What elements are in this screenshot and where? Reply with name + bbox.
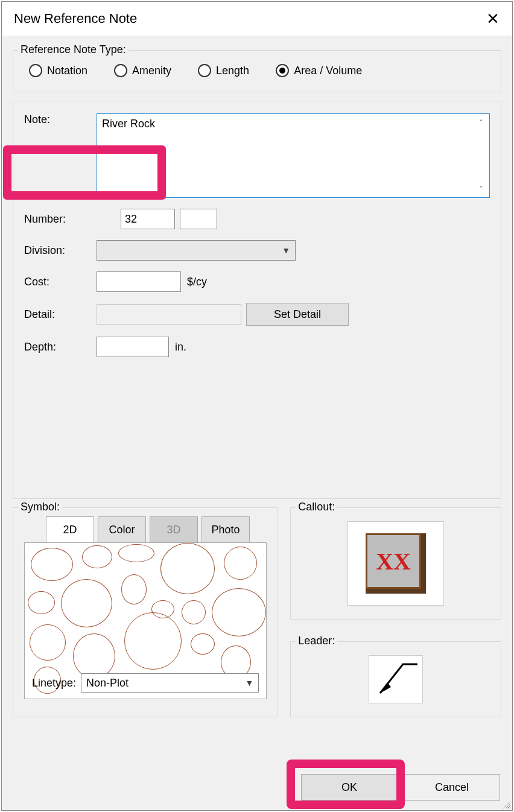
cost-unit: $/cy: [187, 276, 207, 288]
linetype-row: Linetype: Non-Plot ▼: [32, 673, 259, 693]
radio-amenity[interactable]: Amenity: [114, 64, 171, 77]
cost-row: Cost: $/cy: [24, 271, 490, 292]
depth-row: Depth: in.: [24, 337, 490, 357]
leader-preview[interactable]: [369, 655, 423, 703]
detail-row: Detail: Set Detail: [24, 303, 490, 326]
dialog-title: New Reference Note: [14, 11, 137, 27]
main-fieldset: Note: ˄ ˅ Number: Division: ▼ Cost:: [13, 101, 501, 499]
ok-button[interactable]: OK: [301, 774, 398, 801]
tab-3d: 3D: [150, 516, 198, 543]
set-detail-button[interactable]: Set Detail: [246, 303, 349, 326]
note-input[interactable]: [97, 113, 490, 198]
symbol-tabs: 2D Color 3D Photo: [46, 516, 267, 543]
number-label: Number:: [24, 213, 121, 226]
titlebar: New Reference Note ✕: [2, 2, 512, 36]
radio-label: Notation: [47, 65, 87, 77]
radio-icon: [198, 64, 211, 77]
division-label: Division:: [24, 244, 97, 257]
cost-label: Cost:: [24, 276, 97, 288]
leader-legend: Leader:: [296, 635, 337, 647]
radio-icon: [114, 64, 127, 77]
tab-photo[interactable]: Photo: [201, 516, 250, 543]
detail-readonly: [97, 304, 241, 325]
depth-input[interactable]: [97, 337, 169, 357]
number-input[interactable]: [121, 209, 175, 229]
division-row: Division: ▼: [24, 240, 490, 261]
type-legend: Reference Note Type:: [18, 43, 128, 56]
tab-color[interactable]: Color: [98, 516, 146, 543]
svg-marker-0: [380, 682, 391, 693]
linetype-value: Non-Plot: [86, 677, 128, 690]
dialog-window: New Reference Note ✕ Reference Note Type…: [1, 1, 513, 811]
radio-length[interactable]: Length: [198, 64, 249, 77]
footer-buttons: OK Cancel: [301, 774, 500, 801]
scroll-down-icon[interactable]: ˅: [475, 185, 486, 195]
close-icon[interactable]: ✕: [481, 11, 505, 27]
radio-notation[interactable]: Notation: [29, 64, 87, 77]
division-dropdown[interactable]: ▼: [97, 240, 296, 261]
depth-unit: in.: [175, 341, 186, 354]
dialog-content: Reference Note Type: Notation Amenity Le…: [2, 36, 512, 810]
radio-label: Length: [216, 65, 249, 77]
note-label: Note:: [24, 113, 97, 126]
callout-placeholder: XX: [366, 533, 421, 589]
callout-swatch: XX: [366, 533, 426, 594]
bottom-area: Symbol: 2D Color 3D Photo: [13, 499, 501, 717]
callout-fieldset: Callout: XX: [290, 507, 501, 620]
type-fieldset: Reference Note Type: Notation Amenity Le…: [13, 50, 501, 92]
chevron-down-icon: ▼: [282, 246, 290, 255]
symbol-legend: Symbol:: [18, 501, 62, 513]
detail-label: Detail:: [24, 308, 97, 321]
callout-preview[interactable]: XX: [347, 521, 444, 606]
leader-arrow-icon: [369, 656, 424, 704]
tab-2d[interactable]: 2D: [46, 516, 94, 543]
symbol-fieldset: Symbol: 2D Color 3D Photo: [13, 507, 278, 717]
callout-legend: Callout:: [296, 501, 337, 513]
radio-label: Area / Volume: [294, 65, 362, 77]
right-column: Callout: XX Leader:: [290, 499, 501, 717]
note-row: Note: ˄ ˅: [24, 113, 490, 198]
linetype-label: Linetype:: [32, 677, 76, 690]
cancel-button[interactable]: Cancel: [404, 774, 500, 801]
number-suffix-input[interactable]: [180, 209, 217, 229]
chevron-down-icon: ▼: [245, 678, 253, 688]
symbol-preview[interactable]: Linetype: Non-Plot ▼: [24, 542, 267, 699]
depth-label: Depth:: [24, 341, 97, 354]
number-row: Number:: [24, 209, 490, 229]
linetype-dropdown[interactable]: Non-Plot ▼: [81, 673, 259, 693]
radio-label: Amenity: [132, 65, 171, 77]
cost-input[interactable]: [97, 271, 181, 292]
scroll-up-icon[interactable]: ˄: [475, 118, 486, 129]
radio-area-volume[interactable]: Area / Volume: [276, 64, 362, 77]
leader-fieldset: Leader:: [290, 641, 501, 717]
radio-icon: [276, 64, 289, 77]
resize-grip-icon[interactable]: [501, 799, 510, 808]
radio-icon: [29, 64, 42, 77]
